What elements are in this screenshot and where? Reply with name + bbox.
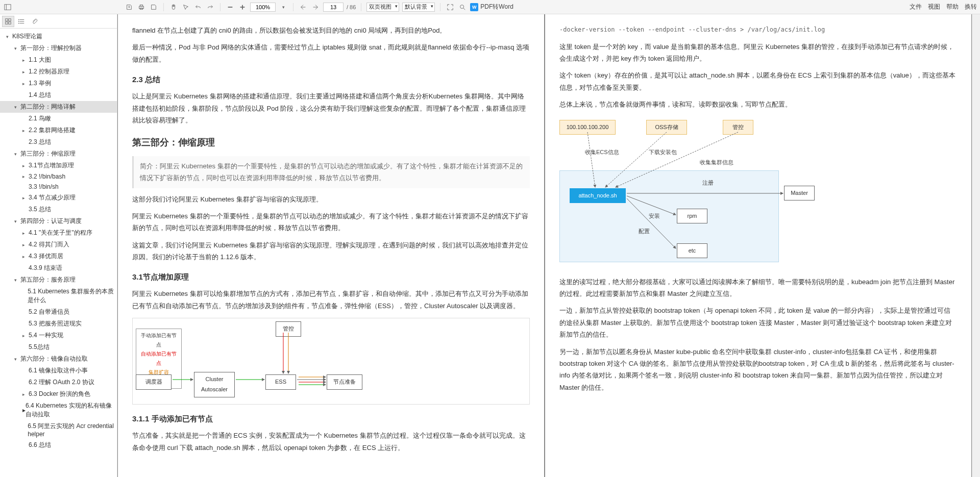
tab-thumbnails[interactable] bbox=[2, 16, 14, 27]
toc-root[interactable]: ▾K8S理论篇 bbox=[0, 31, 117, 42]
toc-s5-3[interactable]: 5.3 把服务照进现实 bbox=[0, 318, 117, 330]
toc-s2-2[interactable]: ▸2.2 集群网络搭建 bbox=[0, 124, 117, 136]
svg-rect-10 bbox=[6, 18, 8, 20]
toc-s6-1[interactable]: 6.1 镜像拉取这件小事 bbox=[0, 365, 117, 376]
panel-toggle-icon[interactable] bbox=[3, 3, 12, 12]
toc-s3-1[interactable]: ▸3.1节点增加原理 bbox=[0, 160, 117, 171]
diagram-attach-node: 100.100.100.200 OSS存储 管控 收集ECS信息 下载安装包 收… bbox=[559, 117, 957, 270]
toc-s1-2[interactable]: ▸1.2 控制器原理 bbox=[0, 66, 117, 78]
toc-s3-4[interactable]: ▸3.4 节点减少原理 bbox=[0, 192, 117, 204]
tab-attachments[interactable] bbox=[29, 16, 41, 27]
diagram-node-add: 手动添加已有节点 自动添加已有节点 集群扩容 自动伸缩 管控 调度器 Clust… bbox=[132, 318, 530, 405]
toc-s6-6[interactable]: 6.6 总结 bbox=[0, 439, 117, 451]
heading-3-1-1: 3.1.1 手动添加已有节点 bbox=[132, 412, 530, 425]
toc-s4[interactable]: ▾第四部分：认证与调度 bbox=[0, 215, 117, 227]
menu-view[interactable]: 视图 bbox=[928, 3, 940, 11]
menu-help[interactable]: 帮助 bbox=[946, 3, 959, 11]
search-icon[interactable] bbox=[458, 3, 467, 12]
undo-icon[interactable] bbox=[193, 3, 203, 12]
toc-s4-1[interactable]: ▸4.1 "关在笼子里"的程序 bbox=[0, 227, 117, 239]
view-mode-dropdown[interactable]: 双页视图 bbox=[366, 3, 399, 12]
svg-rect-3 bbox=[140, 5, 142, 6]
toc-s6-3[interactable]: ▸6.3 Docker 扮演的角色 bbox=[0, 388, 117, 400]
toc-s2-3[interactable]: 2.3 总结 bbox=[0, 136, 117, 148]
svg-point-19 bbox=[18, 22, 19, 23]
svg-rect-0 bbox=[5, 4, 11, 10]
pdf-to-word-button[interactable]: W PDF转Word bbox=[470, 3, 513, 11]
page-viewer[interactable]: flanneld 在节点上创建了真的 cni0 的路由，所以数据包会被发送到目的… bbox=[117, 14, 980, 477]
toc-s6-4[interactable]: ▸6.4 Kubernetes 实现的私有镜像自动拉取 bbox=[0, 400, 117, 420]
zoom-input[interactable] bbox=[250, 3, 276, 12]
toc-s5-5[interactable]: 5.5总结 bbox=[0, 341, 117, 353]
toc-s6-5[interactable]: 6.5 阿里云实现的 Acr credential helper bbox=[0, 420, 117, 439]
page-right: -docker-version --token --endpoint --clu… bbox=[545, 14, 971, 477]
toc-s1-3[interactable]: ▸1.3 举例 bbox=[0, 78, 117, 89]
redo-icon[interactable] bbox=[206, 3, 215, 12]
select-icon[interactable] bbox=[181, 3, 190, 12]
hand-icon[interactable] bbox=[169, 3, 178, 12]
bg-mode-dropdown[interactable]: 默认背景 bbox=[402, 3, 435, 12]
toc-s4-3[interactable]: ▸4.3 择优而居 bbox=[0, 250, 117, 262]
next-page-icon[interactable] bbox=[311, 3, 320, 12]
toc-s4-4[interactable]: 4.3.9 结束语 bbox=[0, 262, 117, 274]
svg-rect-13 bbox=[9, 21, 11, 23]
toc-s1[interactable]: ▾第一部分：理解控制器 bbox=[0, 42, 117, 54]
page-left: flanneld 在节点上创建了真的 cni0 的路由，所以数据包会被发送到目的… bbox=[118, 14, 544, 477]
toc-s1-4[interactable]: 1.4 总结 bbox=[0, 89, 117, 101]
toc-s3-2[interactable]: ▸3.2 !/bin/bash bbox=[0, 171, 117, 182]
toc-s5-1[interactable]: 5.1 Kubernetes 集群服务的本质是什么 bbox=[0, 286, 117, 306]
menu-convert[interactable]: 换转 bbox=[965, 3, 977, 11]
toc-s5-4[interactable]: ▸5.4 一种实现 bbox=[0, 330, 117, 341]
toc-s3-5[interactable]: 3.5 总结 bbox=[0, 204, 117, 215]
svg-rect-12 bbox=[6, 21, 8, 23]
toc-s5[interactable]: ▾第五部分：服务原理 bbox=[0, 274, 117, 286]
print-icon[interactable] bbox=[137, 3, 146, 12]
tab-outline[interactable] bbox=[15, 16, 28, 27]
fullscreen-icon[interactable] bbox=[446, 3, 455, 12]
quote-block: 简介：阿里云 Kubernetes 集群的一个重要特性，是集群的节点可以动态的增… bbox=[132, 156, 530, 188]
export-icon[interactable] bbox=[125, 3, 134, 12]
vertical-scrollbar[interactable] bbox=[972, 14, 980, 477]
prev-page-icon[interactable] bbox=[299, 3, 308, 12]
toc-s2[interactable]: ▾第二部分：网络详解 bbox=[0, 101, 117, 113]
toc-s6-2[interactable]: 6.2 理解 OAuth 2.0 协议 bbox=[0, 376, 117, 388]
toc-panel: ▾K8S理论篇 ▾第一部分：理解控制器 ▸1.1 大图 ▸1.2 控制器原理 ▸… bbox=[0, 29, 117, 477]
toc-s5-2[interactable]: 5.2 自带通信员 bbox=[0, 306, 117, 318]
toc-s1-1[interactable]: ▸1.1 大图 bbox=[0, 54, 117, 66]
page-total: / 86 bbox=[347, 4, 356, 10]
word-icon: W bbox=[470, 3, 478, 11]
heading-part3: 第三部分：伸缩原理 bbox=[132, 134, 530, 150]
save-icon[interactable] bbox=[149, 3, 158, 12]
svg-line-9 bbox=[463, 8, 465, 10]
svg-point-8 bbox=[460, 5, 464, 8]
toc-s4-2[interactable]: ▸4.2 得其门而入 bbox=[0, 239, 117, 250]
zoom-out-icon[interactable] bbox=[226, 3, 235, 12]
zoom-dropdown-icon[interactable]: ▾ bbox=[279, 3, 288, 12]
toc-s3[interactable]: ▾第三部分：伸缩原理 bbox=[0, 148, 117, 160]
toc-s3-3[interactable]: 3.3 !/bin/sh bbox=[0, 182, 117, 192]
heading-2-3: 2.3 总结 bbox=[132, 72, 530, 86]
page-input[interactable] bbox=[323, 3, 344, 12]
svg-point-17 bbox=[18, 19, 19, 20]
heading-3-1: 3.1节点增加原理 bbox=[132, 270, 530, 284]
svg-point-18 bbox=[18, 21, 19, 22]
zoom-in-icon[interactable] bbox=[238, 3, 247, 12]
toc-s2-1[interactable]: 2.1 鸟瞰 bbox=[0, 113, 117, 124]
toc-s6[interactable]: ▾第六部分：镜像自动拉取 bbox=[0, 353, 117, 365]
menu-file[interactable]: 文件 bbox=[910, 3, 922, 11]
svg-rect-11 bbox=[9, 18, 11, 20]
